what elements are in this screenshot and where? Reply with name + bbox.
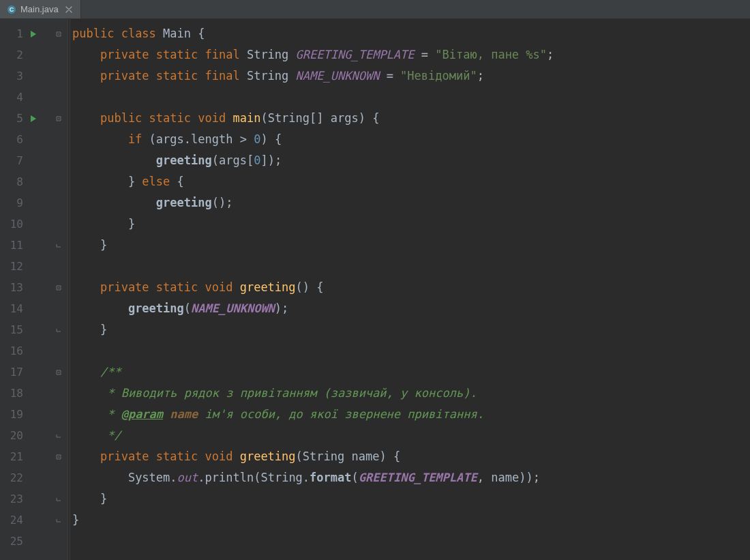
token-kw: final bbox=[205, 65, 246, 87]
fold-icon[interactable] bbox=[54, 453, 63, 461]
fold-icon[interactable] bbox=[54, 115, 63, 123]
token-type: String bbox=[247, 65, 296, 87]
token-kw: void bbox=[205, 446, 239, 467]
token-punc: > bbox=[232, 129, 254, 150]
gutter-line[interactable]: 15 bbox=[0, 319, 68, 340]
token-kw: final bbox=[205, 44, 246, 65]
gutter-line[interactable]: 18 bbox=[0, 383, 68, 404]
gutter-line[interactable]: 9 bbox=[0, 192, 68, 213]
code-line[interactable]: private static void greeting(String name… bbox=[72, 446, 750, 467]
fold-icon[interactable] bbox=[54, 284, 63, 292]
run-gutter-icon[interactable] bbox=[27, 30, 40, 38]
token-punc: { bbox=[177, 171, 184, 192]
gutter-line[interactable]: 3 bbox=[0, 65, 68, 87]
token-num: 0 bbox=[254, 150, 260, 171]
fold-icon[interactable] bbox=[54, 326, 63, 334]
gutter-line[interactable]: 4 bbox=[0, 87, 68, 108]
gutter-line[interactable]: 10 bbox=[0, 213, 68, 235]
code-line[interactable]: * Виводить рядок з привітанням (зазвичай… bbox=[72, 383, 750, 404]
code-line[interactable]: } bbox=[72, 510, 750, 531]
line-number: 3 bbox=[0, 70, 23, 83]
token-comment: */ bbox=[72, 425, 121, 446]
token-kw: static bbox=[156, 277, 205, 298]
token-call: greeting bbox=[128, 298, 184, 319]
gutter-line[interactable]: 7 bbox=[0, 150, 68, 171]
token-type: String bbox=[303, 446, 352, 467]
line-number: 15 bbox=[0, 323, 23, 336]
gutter-line[interactable]: 20 bbox=[0, 425, 68, 446]
token-fieldb: NAME_UNKNOWN bbox=[191, 298, 275, 319]
code-line[interactable]: public class Main { bbox=[72, 23, 750, 44]
code-line[interactable]: private static final String NAME_UNKNOWN… bbox=[72, 65, 750, 87]
java-class-icon: C bbox=[7, 5, 16, 14]
code-line[interactable]: public static void main(String[] args) { bbox=[72, 108, 750, 129]
code-line[interactable]: */ bbox=[72, 425, 750, 446]
code-line[interactable]: } bbox=[72, 488, 750, 510]
fold-icon[interactable] bbox=[54, 495, 63, 503]
code-line[interactable]: greeting(NAME_UNKNOWN); bbox=[72, 298, 750, 319]
token-punc: [ bbox=[247, 150, 254, 171]
gutter-line[interactable]: 19 bbox=[0, 404, 68, 425]
token-field: NAME_UNKNOWN bbox=[296, 65, 380, 87]
code-line[interactable]: } bbox=[72, 319, 750, 340]
code-line[interactable]: * @param name ім'я особи, до якої зверне… bbox=[72, 404, 750, 425]
token-punc: } bbox=[72, 319, 107, 340]
code-line[interactable]: private static final String GREETING_TEM… bbox=[72, 44, 750, 65]
fold-icon[interactable] bbox=[54, 368, 63, 377]
gutter-line[interactable]: 23 bbox=[0, 488, 68, 510]
token-punc: ( bbox=[184, 298, 191, 319]
close-icon[interactable] bbox=[64, 5, 74, 14]
gutter-line[interactable]: 8 bbox=[0, 171, 68, 192]
token-type: String bbox=[268, 108, 310, 129]
code-line[interactable]: System.out.println(String.format(GREETIN… bbox=[72, 467, 750, 488]
fold-icon[interactable] bbox=[54, 241, 63, 250]
code-line[interactable]: /** bbox=[72, 362, 750, 383]
gutter-line[interactable]: 14 bbox=[0, 298, 68, 319]
token-ident: name bbox=[351, 446, 379, 467]
token-punc: (); bbox=[212, 192, 233, 213]
gutter-line[interactable]: 25 bbox=[0, 531, 68, 552]
line-number: 17 bbox=[0, 366, 23, 379]
gutter-line[interactable]: 5 bbox=[0, 108, 68, 129]
code-line[interactable] bbox=[72, 340, 750, 362]
fold-icon[interactable] bbox=[54, 516, 63, 525]
gutter: 1234567891011121314151617181920212223242… bbox=[0, 19, 68, 560]
line-number: 23 bbox=[0, 492, 23, 505]
code-line[interactable]: } bbox=[72, 213, 750, 235]
gutter-line[interactable]: 24 bbox=[0, 510, 68, 531]
file-tab[interactable]: C Main.java bbox=[0, 0, 81, 18]
line-number: 9 bbox=[0, 196, 23, 209]
code-line[interactable]: } else { bbox=[72, 171, 750, 192]
gutter-line[interactable]: 17 bbox=[0, 362, 68, 383]
code-line[interactable] bbox=[72, 87, 750, 108]
code-line[interactable]: private static void greeting() { bbox=[72, 277, 750, 298]
code-line[interactable] bbox=[72, 531, 750, 552]
code-line[interactable]: if (args.length > 0) { bbox=[72, 129, 750, 150]
token-comment bbox=[163, 404, 170, 425]
gutter-line[interactable]: 11 bbox=[0, 235, 68, 256]
gutter-line[interactable]: 22 bbox=[0, 467, 68, 488]
gutter-line[interactable]: 2 bbox=[0, 44, 68, 65]
code-line[interactable] bbox=[72, 256, 750, 277]
fold-icon[interactable] bbox=[54, 432, 63, 440]
code-line[interactable]: greeting(args[0]); bbox=[72, 150, 750, 171]
token-kw: private bbox=[72, 65, 156, 87]
token-punc: , bbox=[477, 467, 491, 488]
fold-icon[interactable] bbox=[54, 30, 63, 38]
token-ident: println bbox=[205, 467, 254, 488]
gutter-line[interactable]: 21 bbox=[0, 446, 68, 467]
token-comment: * bbox=[72, 404, 121, 425]
line-number: 21 bbox=[0, 450, 23, 463]
run-gutter-icon[interactable] bbox=[27, 115, 40, 123]
gutter-line[interactable]: 1 bbox=[0, 23, 68, 44]
gutter-line[interactable]: 16 bbox=[0, 340, 68, 362]
code-area[interactable]: public class Main { private static final… bbox=[68, 19, 750, 560]
code-line[interactable]: } bbox=[72, 235, 750, 256]
token-punc: . bbox=[170, 467, 177, 488]
gutter-line[interactable]: 6 bbox=[0, 129, 68, 150]
code-line[interactable]: greeting(); bbox=[72, 192, 750, 213]
gutter-line[interactable]: 12 bbox=[0, 256, 68, 277]
token-num: 0 bbox=[254, 129, 260, 150]
gutter-line[interactable]: 13 bbox=[0, 277, 68, 298]
token-type: System bbox=[128, 467, 170, 488]
